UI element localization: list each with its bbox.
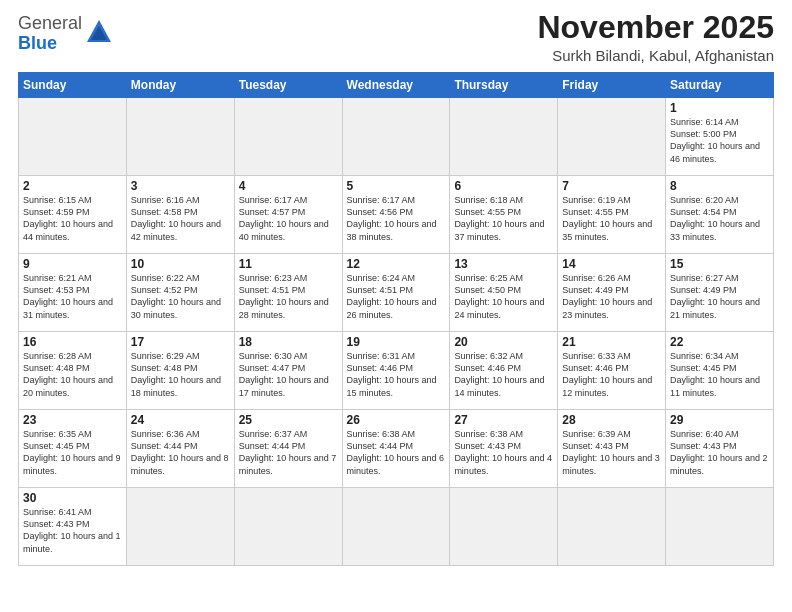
weekday-monday: Monday: [126, 73, 234, 98]
day-number: 6: [454, 179, 553, 193]
day-number: 12: [347, 257, 446, 271]
day-number: 13: [454, 257, 553, 271]
day-number: 23: [23, 413, 122, 427]
day-cell: 12Sunrise: 6:24 AM Sunset: 4:51 PM Dayli…: [342, 254, 450, 332]
day-number: 28: [562, 413, 661, 427]
header: General Blue November 2025 Surkh Bilandi…: [18, 10, 774, 64]
day-info: Sunrise: 6:36 AM Sunset: 4:44 PM Dayligh…: [131, 428, 230, 477]
day-cell: 23Sunrise: 6:35 AM Sunset: 4:45 PM Dayli…: [19, 410, 127, 488]
day-info: Sunrise: 6:25 AM Sunset: 4:50 PM Dayligh…: [454, 272, 553, 321]
day-info: Sunrise: 6:18 AM Sunset: 4:55 PM Dayligh…: [454, 194, 553, 243]
logo: General Blue: [18, 14, 113, 54]
day-number: 5: [347, 179, 446, 193]
day-number: 29: [670, 413, 769, 427]
page: General Blue November 2025 Surkh Bilandi…: [0, 0, 792, 612]
day-number: 27: [454, 413, 553, 427]
day-cell: 8Sunrise: 6:20 AM Sunset: 4:54 PM Daylig…: [666, 176, 774, 254]
day-number: 10: [131, 257, 230, 271]
day-cell: [450, 98, 558, 176]
week-row-2: 9Sunrise: 6:21 AM Sunset: 4:53 PM Daylig…: [19, 254, 774, 332]
day-cell: 3Sunrise: 6:16 AM Sunset: 4:58 PM Daylig…: [126, 176, 234, 254]
day-cell: 17Sunrise: 6:29 AM Sunset: 4:48 PM Dayli…: [126, 332, 234, 410]
day-info: Sunrise: 6:38 AM Sunset: 4:43 PM Dayligh…: [454, 428, 553, 477]
calendar-title: November 2025: [537, 10, 774, 45]
day-cell: 1Sunrise: 6:14 AM Sunset: 5:00 PM Daylig…: [666, 98, 774, 176]
day-cell: [450, 488, 558, 566]
day-number: 3: [131, 179, 230, 193]
week-row-1: 2Sunrise: 6:15 AM Sunset: 4:59 PM Daylig…: [19, 176, 774, 254]
day-cell: [126, 488, 234, 566]
day-cell: 7Sunrise: 6:19 AM Sunset: 4:55 PM Daylig…: [558, 176, 666, 254]
day-number: 2: [23, 179, 122, 193]
day-cell: 22Sunrise: 6:34 AM Sunset: 4:45 PM Dayli…: [666, 332, 774, 410]
day-info: Sunrise: 6:40 AM Sunset: 4:43 PM Dayligh…: [670, 428, 769, 477]
day-info: Sunrise: 6:19 AM Sunset: 4:55 PM Dayligh…: [562, 194, 661, 243]
weekday-header-row: SundayMondayTuesdayWednesdayThursdayFrid…: [19, 73, 774, 98]
day-info: Sunrise: 6:37 AM Sunset: 4:44 PM Dayligh…: [239, 428, 338, 477]
weekday-sunday: Sunday: [19, 73, 127, 98]
day-info: Sunrise: 6:17 AM Sunset: 4:57 PM Dayligh…: [239, 194, 338, 243]
day-info: Sunrise: 6:14 AM Sunset: 5:00 PM Dayligh…: [670, 116, 769, 165]
day-number: 24: [131, 413, 230, 427]
day-cell: 11Sunrise: 6:23 AM Sunset: 4:51 PM Dayli…: [234, 254, 342, 332]
day-cell: 29Sunrise: 6:40 AM Sunset: 4:43 PM Dayli…: [666, 410, 774, 488]
week-row-3: 16Sunrise: 6:28 AM Sunset: 4:48 PM Dayli…: [19, 332, 774, 410]
day-info: Sunrise: 6:15 AM Sunset: 4:59 PM Dayligh…: [23, 194, 122, 243]
day-cell: [234, 488, 342, 566]
day-info: Sunrise: 6:21 AM Sunset: 4:53 PM Dayligh…: [23, 272, 122, 321]
day-info: Sunrise: 6:30 AM Sunset: 4:47 PM Dayligh…: [239, 350, 338, 399]
day-number: 21: [562, 335, 661, 349]
weekday-tuesday: Tuesday: [234, 73, 342, 98]
day-cell: 28Sunrise: 6:39 AM Sunset: 4:43 PM Dayli…: [558, 410, 666, 488]
day-cell: [126, 98, 234, 176]
day-number: 16: [23, 335, 122, 349]
weekday-wednesday: Wednesday: [342, 73, 450, 98]
day-cell: [558, 98, 666, 176]
logo-text: General Blue: [18, 13, 82, 53]
day-info: Sunrise: 6:39 AM Sunset: 4:43 PM Dayligh…: [562, 428, 661, 477]
day-info: Sunrise: 6:33 AM Sunset: 4:46 PM Dayligh…: [562, 350, 661, 399]
day-cell: 14Sunrise: 6:26 AM Sunset: 4:49 PM Dayli…: [558, 254, 666, 332]
day-cell: 20Sunrise: 6:32 AM Sunset: 4:46 PM Dayli…: [450, 332, 558, 410]
day-cell: [234, 98, 342, 176]
day-info: Sunrise: 6:31 AM Sunset: 4:46 PM Dayligh…: [347, 350, 446, 399]
day-info: Sunrise: 6:34 AM Sunset: 4:45 PM Dayligh…: [670, 350, 769, 399]
day-number: 8: [670, 179, 769, 193]
logo-icon: [85, 18, 113, 46]
day-number: 25: [239, 413, 338, 427]
day-cell: 26Sunrise: 6:38 AM Sunset: 4:44 PM Dayli…: [342, 410, 450, 488]
day-number: 17: [131, 335, 230, 349]
day-cell: 4Sunrise: 6:17 AM Sunset: 4:57 PM Daylig…: [234, 176, 342, 254]
week-row-4: 23Sunrise: 6:35 AM Sunset: 4:45 PM Dayli…: [19, 410, 774, 488]
logo-general: General: [18, 13, 82, 33]
day-cell: 24Sunrise: 6:36 AM Sunset: 4:44 PM Dayli…: [126, 410, 234, 488]
weekday-friday: Friday: [558, 73, 666, 98]
title-block: November 2025 Surkh Bilandi, Kabul, Afgh…: [537, 10, 774, 64]
day-number: 26: [347, 413, 446, 427]
day-number: 30: [23, 491, 122, 505]
day-number: 7: [562, 179, 661, 193]
day-number: 22: [670, 335, 769, 349]
day-cell: 10Sunrise: 6:22 AM Sunset: 4:52 PM Dayli…: [126, 254, 234, 332]
day-info: Sunrise: 6:32 AM Sunset: 4:46 PM Dayligh…: [454, 350, 553, 399]
day-info: Sunrise: 6:28 AM Sunset: 4:48 PM Dayligh…: [23, 350, 122, 399]
day-number: 19: [347, 335, 446, 349]
day-cell: 6Sunrise: 6:18 AM Sunset: 4:55 PM Daylig…: [450, 176, 558, 254]
day-number: 1: [670, 101, 769, 115]
day-cell: 18Sunrise: 6:30 AM Sunset: 4:47 PM Dayli…: [234, 332, 342, 410]
day-cell: 9Sunrise: 6:21 AM Sunset: 4:53 PM Daylig…: [19, 254, 127, 332]
day-number: 18: [239, 335, 338, 349]
day-number: 9: [23, 257, 122, 271]
day-info: Sunrise: 6:20 AM Sunset: 4:54 PM Dayligh…: [670, 194, 769, 243]
day-info: Sunrise: 6:41 AM Sunset: 4:43 PM Dayligh…: [23, 506, 122, 555]
day-cell: 25Sunrise: 6:37 AM Sunset: 4:44 PM Dayli…: [234, 410, 342, 488]
day-number: 15: [670, 257, 769, 271]
day-cell: 15Sunrise: 6:27 AM Sunset: 4:49 PM Dayli…: [666, 254, 774, 332]
day-cell: 16Sunrise: 6:28 AM Sunset: 4:48 PM Dayli…: [19, 332, 127, 410]
day-cell: [558, 488, 666, 566]
day-info: Sunrise: 6:24 AM Sunset: 4:51 PM Dayligh…: [347, 272, 446, 321]
day-info: Sunrise: 6:27 AM Sunset: 4:49 PM Dayligh…: [670, 272, 769, 321]
day-cell: [342, 488, 450, 566]
day-info: Sunrise: 6:38 AM Sunset: 4:44 PM Dayligh…: [347, 428, 446, 477]
day-number: 4: [239, 179, 338, 193]
